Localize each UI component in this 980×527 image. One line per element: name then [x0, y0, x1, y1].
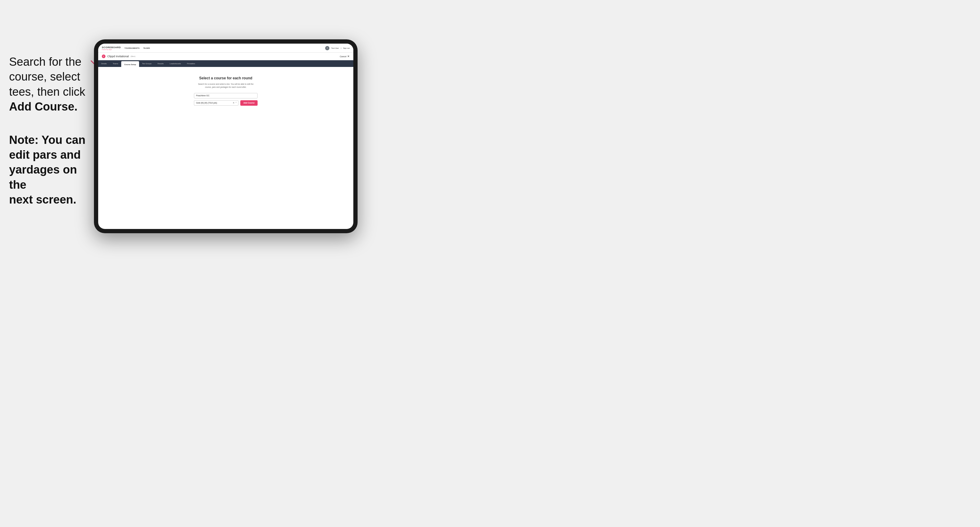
signout-link[interactable]: Sign out: [343, 47, 350, 49]
logo-area: SCOREBOARD Powered by clippd: [102, 46, 121, 50]
course-search-input[interactable]: [194, 93, 258, 98]
tab-tee-groups[interactable]: Tee Groups: [139, 60, 154, 67]
add-course-button[interactable]: Add Course: [240, 100, 258, 106]
tee-select-icons: ✕ ⌃: [233, 102, 237, 104]
cancel-icon: ✕: [347, 55, 350, 58]
tee-select-value: Gold (M) (M) (7010 yds): [196, 102, 217, 104]
tab-printables[interactable]: Printables: [184, 60, 198, 67]
tournament-title: C Clippd Invitational (Men): [102, 54, 135, 58]
tournament-icon: C: [102, 54, 105, 58]
tab-details[interactable]: Details: [98, 60, 110, 67]
tournament-subtitle: (Men): [130, 56, 135, 57]
annotation-line3: tees, then click: [9, 86, 85, 98]
annotation-line1: Search for the: [9, 56, 81, 68]
logo-text: SCOREBOARD: [102, 46, 121, 49]
tab-bar: Details Teams Course Setup Tee Groups Re…: [98, 60, 353, 67]
tournament-header: C Clippd Invitational (Men) Cancel ✕: [98, 53, 353, 60]
nav-teams[interactable]: TEAMS: [143, 47, 150, 49]
annotation-block: Search for the course, select tees, then…: [9, 54, 97, 208]
tee-select-row: Gold (M) (M) (7010 yds) ✕ ⌃ Add Course: [194, 100, 258, 106]
main-content: Select a course for each round Search fo…: [98, 67, 353, 212]
nav-tournaments[interactable]: TOURNAMENTS: [124, 47, 140, 49]
section-title: Select a course for each round: [199, 76, 252, 80]
tablet-screen: SCOREBOARD Powered by clippd TOURNAMENTS…: [98, 44, 353, 229]
nav-separator: |: [340, 47, 341, 49]
logo-sub: Powered by clippd: [102, 49, 121, 50]
section-desc: Search for a course and select a tee. Yo…: [198, 83, 253, 89]
tab-course-setup[interactable]: Course Setup: [121, 61, 139, 67]
tee-select-display[interactable]: Gold (M) (M) (7010 yds) ✕ ⌃: [194, 100, 239, 106]
tab-results[interactable]: Results: [154, 60, 167, 67]
user-avatar: T: [325, 46, 329, 50]
top-nav-right: T Test User | Sign out: [325, 46, 350, 50]
annotation-bold: Add Course.: [9, 100, 78, 113]
annotation-line2: course, select: [9, 70, 80, 83]
tee-select-wrapper: Gold (M) (M) (7010 yds) ✕ ⌃: [194, 100, 239, 106]
tab-teams[interactable]: Teams: [110, 60, 121, 67]
cancel-button[interactable]: Cancel ✕: [340, 55, 350, 58]
top-nav: SCOREBOARD Powered by clippd TOURNAMENTS…: [98, 44, 353, 53]
tab-leaderboards[interactable]: Leaderboards: [167, 60, 184, 67]
top-nav-links: TOURNAMENTS TEAMS: [124, 47, 150, 49]
tournament-name: Clippd Invitational: [107, 55, 129, 58]
user-label: Test User: [331, 47, 339, 49]
annotation-note: Note: You can edit pars and yardages on …: [9, 133, 97, 208]
tablet-frame: SCOREBOARD Powered by clippd TOURNAMENTS…: [94, 40, 358, 233]
